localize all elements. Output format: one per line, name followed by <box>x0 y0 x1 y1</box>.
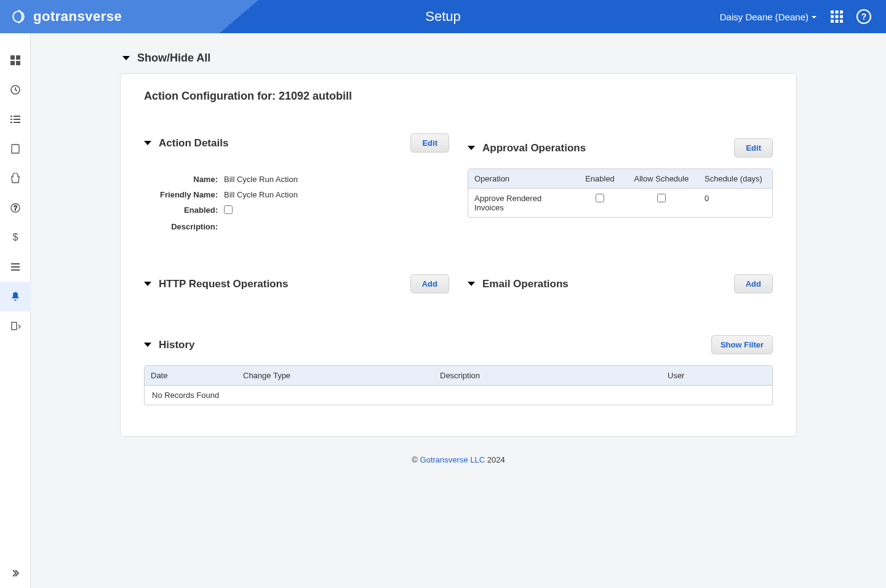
svg-rect-6 <box>840 15 843 18</box>
sidebar-item-note[interactable] <box>0 134 31 164</box>
svg-rect-12 <box>10 55 15 60</box>
svg-rect-30 <box>12 322 17 330</box>
apps-grid-icon[interactable] <box>829 9 844 24</box>
caret-down-icon <box>122 56 130 60</box>
sidebar-item-bag[interactable] <box>0 164 31 193</box>
http-ops-title: HTTP Request Operations <box>159 278 288 290</box>
svg-text:?: ? <box>861 12 867 22</box>
sidebar-item-clock[interactable] <box>0 75 31 105</box>
svg-rect-21 <box>10 122 12 123</box>
svg-rect-22 <box>14 122 20 123</box>
footer-link[interactable]: Gotransverse LLC <box>420 455 485 464</box>
svg-rect-3 <box>840 10 843 14</box>
label-description: Description: <box>144 222 224 231</box>
label-friendly-name: Friendly Name: <box>144 190 224 199</box>
caret-down-icon <box>468 146 475 150</box>
cell-operation: Approve Rendered Invoices <box>468 189 575 217</box>
chevron-down-icon <box>811 12 817 22</box>
th-enabled: Enabled <box>575 169 625 188</box>
svg-rect-15 <box>16 61 20 65</box>
card-title: Action Configuration for: 21092 autobill <box>144 90 773 103</box>
footer: © Gotransverse LLC 2024 <box>120 455 797 464</box>
user-label: Daisy Deane (Deane) <box>720 12 808 22</box>
svg-rect-27 <box>11 263 20 264</box>
add-email-op-button[interactable]: Add <box>734 274 773 293</box>
sidebar-item-dashboard[interactable] <box>0 46 31 75</box>
user-menu[interactable]: Daisy Deane (Deane) <box>720 12 817 22</box>
cell-schedule: 0 <box>698 189 772 217</box>
svg-rect-19 <box>10 119 12 120</box>
history-title: History <box>159 339 195 351</box>
th-description: Description <box>434 366 661 385</box>
cell-enabled-checkbox <box>596 194 604 202</box>
show-hide-all-toggle[interactable]: Show/Hide All <box>120 46 797 73</box>
config-card: Action Configuration for: 21092 autobill… <box>120 73 797 437</box>
email-ops-toggle[interactable]: Email Operations <box>468 278 569 290</box>
sidebar-item-notifications[interactable] <box>0 282 31 311</box>
svg-rect-29 <box>11 269 20 271</box>
sidebar-item-billing[interactable]: $ <box>0 223 31 252</box>
svg-rect-23 <box>12 145 19 153</box>
svg-text:?: ? <box>14 205 17 212</box>
email-ops-title: Email Operations <box>482 278 569 290</box>
cell-allow-checkbox <box>657 194 666 202</box>
th-date: Date <box>145 366 237 385</box>
approval-operations-table: Operation Enabled Allow Schedule Schedul… <box>468 169 773 218</box>
action-details-title: Action Details <box>159 137 228 149</box>
sidebar-item-import[interactable] <box>0 311 31 341</box>
svg-rect-28 <box>11 266 20 268</box>
footer-copy: © <box>412 455 418 464</box>
app-header: gotransverse Setup Daisy Deane (Deane) ? <box>0 0 886 33</box>
add-http-op-button[interactable]: Add <box>410 274 449 293</box>
action-details-toggle[interactable]: Action Details <box>144 137 228 149</box>
value-enabled-checkbox <box>224 205 233 214</box>
sidebar-item-help[interactable]: ? <box>0 193 31 223</box>
caret-down-icon <box>144 343 151 347</box>
sidebar-expand[interactable] <box>0 558 30 588</box>
th-schedule-days: Schedule (days) <box>698 169 772 188</box>
logo-icon <box>10 8 27 25</box>
brand-logo[interactable]: gotransverse <box>10 8 122 25</box>
history-empty: No Records Found <box>145 386 772 405</box>
brand-text: gotransverse <box>33 9 122 25</box>
history-toggle[interactable]: History <box>144 339 195 351</box>
caret-down-icon <box>144 141 151 145</box>
svg-text:$: $ <box>13 232 18 242</box>
sidebar-item-list[interactable] <box>0 105 31 134</box>
svg-rect-14 <box>10 61 15 65</box>
footer-year: 2024 <box>487 455 505 464</box>
label-name: Name: <box>144 175 224 184</box>
http-ops-toggle[interactable]: HTTP Request Operations <box>144 278 288 290</box>
svg-rect-4 <box>831 15 834 18</box>
svg-rect-18 <box>14 116 20 117</box>
approval-ops-title: Approval Operations <box>482 142 586 154</box>
svg-rect-1 <box>831 10 834 14</box>
th-allow-schedule: Allow Schedule <box>625 169 698 188</box>
sidebar-nav: ? $ <box>0 33 31 588</box>
sidebar-item-menu[interactable] <box>0 252 31 282</box>
th-user: User <box>661 366 772 385</box>
svg-rect-5 <box>836 15 839 18</box>
label-enabled: Enabled: <box>144 205 224 215</box>
svg-rect-7 <box>831 20 834 23</box>
help-icon[interactable]: ? <box>856 9 871 24</box>
svg-rect-2 <box>836 10 839 14</box>
value-name: Bill Cycle Run Action <box>224 175 298 184</box>
svg-rect-17 <box>10 116 12 117</box>
approval-ops-toggle[interactable]: Approval Operations <box>468 142 586 154</box>
svg-rect-13 <box>16 55 20 60</box>
history-table: Date Change Type Description User No Rec… <box>144 365 773 405</box>
edit-approval-button[interactable]: Edit <box>734 138 773 157</box>
th-change-type: Change Type <box>237 366 434 385</box>
svg-rect-8 <box>836 20 839 23</box>
svg-rect-20 <box>14 119 20 120</box>
svg-rect-9 <box>840 20 843 23</box>
show-filter-button[interactable]: Show Filter <box>711 335 773 354</box>
edit-action-details-button[interactable]: Edit <box>410 133 449 153</box>
caret-down-icon <box>144 282 151 286</box>
th-operation: Operation <box>468 169 575 188</box>
page-title: Setup <box>425 9 461 25</box>
table-row: Approve Rendered Invoices 0 <box>468 189 772 217</box>
caret-down-icon <box>468 282 475 286</box>
value-friendly-name: Bill Cycle Run Action <box>224 190 298 199</box>
